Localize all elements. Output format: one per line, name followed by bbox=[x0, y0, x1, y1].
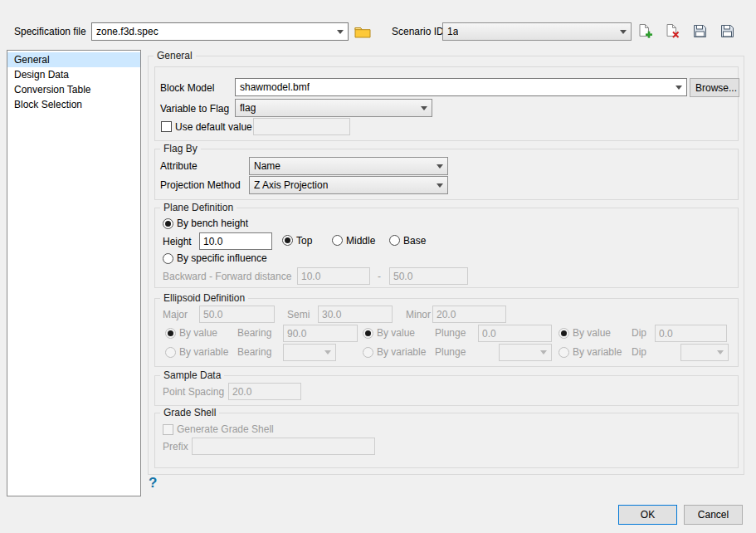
distance-separator: - bbox=[378, 271, 381, 283]
chevron-down-icon bbox=[421, 106, 427, 110]
projection-method-combo[interactable]: Z Axis Projection bbox=[249, 176, 448, 194]
block-model-combo[interactable]: shawmodel.bmf bbox=[235, 78, 687, 96]
plane-definition-group-title: Plane Definition bbox=[160, 202, 237, 214]
specification-file-label: Specification file bbox=[14, 26, 86, 38]
browse-button[interactable]: Browse... bbox=[690, 78, 739, 97]
plunge-by-variable-radio bbox=[363, 347, 373, 358]
plunge-variable-combo bbox=[499, 344, 552, 361]
prefix-label: Prefix bbox=[163, 441, 188, 453]
backward-distance-input bbox=[297, 267, 370, 285]
minor-label: Minor bbox=[406, 309, 431, 321]
save-as-icon bbox=[720, 24, 734, 38]
cancel-button[interactable]: Cancel bbox=[684, 505, 743, 525]
generate-grade-shell-label: Generate Grade Shell bbox=[177, 423, 274, 436]
help-button[interactable]: ? bbox=[149, 475, 157, 491]
base-radio[interactable] bbox=[389, 235, 400, 246]
bearing-variable-combo bbox=[283, 344, 336, 361]
default-value-input bbox=[253, 118, 350, 135]
specification-file-value: zone.f3d.spec bbox=[96, 26, 159, 37]
block-model-label: Block Model bbox=[160, 82, 214, 95]
generate-grade-shell-checkbox bbox=[163, 424, 173, 435]
dip-variable-combo bbox=[680, 344, 729, 361]
dip-by-variable-label: By variable bbox=[573, 346, 622, 359]
sidebar-item-design-data[interactable]: Design Data bbox=[7, 67, 140, 82]
by-bench-height-label: By bench height bbox=[177, 218, 248, 230]
base-label: Base bbox=[403, 235, 426, 247]
bearing-by-value-radio bbox=[165, 328, 176, 339]
dip-by-value-radio bbox=[558, 328, 569, 339]
use-default-value-checkbox[interactable] bbox=[161, 121, 172, 132]
save-icon bbox=[693, 24, 707, 38]
sidebar-item-general[interactable]: General bbox=[7, 52, 140, 67]
attribute-combo[interactable]: Name bbox=[249, 157, 448, 175]
projection-method-label: Projection Method bbox=[160, 179, 241, 192]
chevron-down-icon bbox=[717, 350, 724, 355]
scenario-id-value: 1a bbox=[447, 26, 458, 37]
specification-file-combo[interactable]: zone.f3d.spec bbox=[91, 22, 349, 41]
use-default-value-label: Use default value bbox=[175, 121, 252, 134]
plunge-value-input bbox=[478, 325, 552, 342]
delete-scenario-button[interactable] bbox=[663, 22, 681, 40]
bearing-value-input bbox=[283, 325, 358, 342]
semi-input bbox=[318, 306, 393, 323]
plunge-by-value-radio bbox=[363, 328, 373, 339]
scenario-id-combo[interactable]: 1a bbox=[442, 22, 632, 41]
sample-data-group-title: Sample Data bbox=[160, 369, 224, 382]
minor-input bbox=[432, 306, 506, 323]
bearing-variable-caption: Bearing bbox=[237, 346, 271, 359]
sidebar-item-block-selection[interactable]: Block Selection bbox=[7, 97, 140, 112]
major-input bbox=[199, 306, 275, 323]
chevron-down-icon bbox=[324, 350, 331, 355]
bearing-label: Bearing bbox=[237, 327, 271, 340]
chevron-down-icon bbox=[540, 350, 547, 355]
delete-scenario-icon bbox=[665, 23, 680, 38]
height-label: Height bbox=[163, 236, 192, 248]
chevron-down-icon bbox=[676, 86, 682, 90]
top-radio[interactable] bbox=[282, 235, 293, 246]
new-scenario-icon bbox=[637, 23, 652, 38]
sidebar-item-conversion-table[interactable]: Conversion Table bbox=[7, 82, 140, 97]
plunge-by-variable-label: By variable bbox=[377, 346, 426, 359]
new-scenario-button[interactable] bbox=[636, 22, 654, 40]
ok-button[interactable]: OK bbox=[618, 505, 677, 525]
folder-icon bbox=[354, 25, 371, 38]
prefix-input bbox=[192, 438, 375, 455]
bearing-by-value-label: By value bbox=[179, 327, 217, 340]
bearing-by-variable-radio bbox=[165, 347, 176, 358]
scenario-id-label: Scenario ID bbox=[392, 26, 444, 38]
chevron-down-icon bbox=[437, 183, 443, 188]
dip-variable-caption: Dip bbox=[632, 346, 646, 359]
height-input[interactable] bbox=[199, 232, 272, 250]
point-spacing-input bbox=[228, 383, 301, 400]
block-model-value: shawmodel.bmf bbox=[240, 81, 310, 93]
middle-radio[interactable] bbox=[332, 235, 343, 246]
flag-specification-dialog: Specification file zone.f3d.spec Scenari… bbox=[0, 0, 756, 533]
grade-shell-group-title: Grade Shell bbox=[160, 407, 219, 419]
dip-value-input bbox=[655, 325, 727, 342]
open-folder-button[interactable] bbox=[354, 22, 372, 41]
point-spacing-label: Point Spacing bbox=[163, 386, 224, 399]
by-bench-height-radio[interactable] bbox=[163, 218, 173, 229]
bearing-by-variable-label: By variable bbox=[179, 346, 228, 359]
plunge-label: Plunge bbox=[435, 327, 466, 340]
save-as-button[interactable] bbox=[718, 22, 736, 40]
by-specific-influence-label: By specific influence bbox=[177, 252, 267, 265]
dip-by-variable-radio bbox=[558, 347, 569, 358]
section-list: General Design Data Conversion Table Blo… bbox=[7, 50, 141, 496]
plunge-by-value-label: By value bbox=[377, 327, 415, 340]
ellipsoid-definition-group-title: Ellipsoid Definition bbox=[160, 292, 248, 305]
dip-by-value-label: By value bbox=[573, 327, 611, 340]
save-button[interactable] bbox=[690, 22, 709, 40]
variable-to-flag-label: Variable to Flag bbox=[160, 103, 229, 115]
plunge-variable-caption: Plunge bbox=[435, 346, 466, 359]
by-specific-influence-radio[interactable] bbox=[163, 253, 173, 264]
attribute-label: Attribute bbox=[160, 160, 198, 173]
variable-to-flag-combo[interactable]: flag bbox=[235, 99, 432, 117]
chevron-down-icon bbox=[620, 30, 627, 34]
chevron-down-icon bbox=[437, 164, 443, 169]
semi-label: Semi bbox=[287, 309, 310, 321]
top-label: Top bbox=[296, 235, 312, 247]
flag-by-group-title: Flag By bbox=[160, 143, 201, 155]
forward-distance-input bbox=[389, 267, 468, 285]
variable-to-flag-value: flag bbox=[240, 102, 256, 114]
